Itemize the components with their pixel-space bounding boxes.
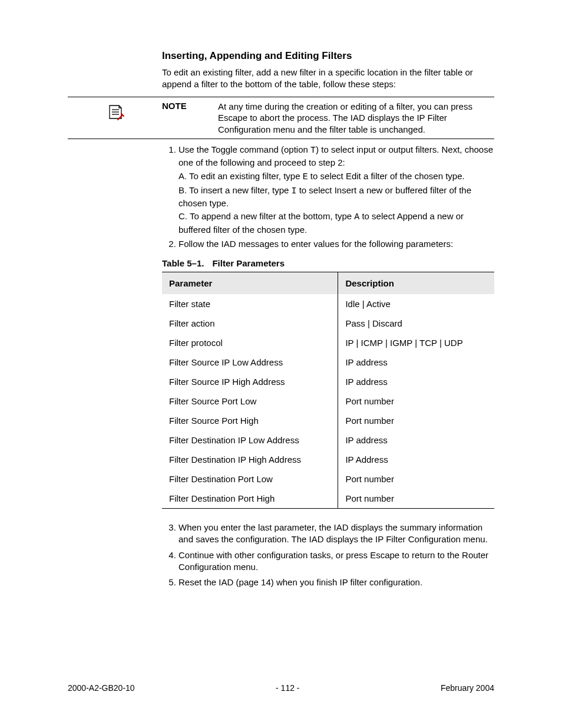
- step-1-option-c: C. To append a new filter at the bottom,…: [178, 210, 494, 236]
- code-E: E: [303, 172, 308, 182]
- table-row: Filter Source IP Low AddressIP address: [162, 353, 494, 372]
- filter-parameters-table: Parameter Description Filter stateIdle |…: [162, 272, 494, 509]
- param-cell: Filter Source Port Low: [162, 391, 338, 411]
- opt-a-pre: A. To edit an existing filter, type: [178, 171, 303, 181]
- footer-date: February 2004: [441, 683, 494, 693]
- table-row: Filter stateIdle | Active: [162, 294, 494, 314]
- steps-list-2: When you enter the last parameter, the I…: [162, 522, 494, 588]
- param-cell: Filter protocol: [162, 333, 338, 353]
- table-row: Filter Destination Port LowPort number: [162, 469, 494, 489]
- table-row: Filter Source IP High AddressIP address: [162, 372, 494, 391]
- desc-cell: Port number: [338, 469, 494, 489]
- step-4: Continue with other configuration tasks,…: [178, 549, 494, 574]
- note-icon: [105, 102, 125, 124]
- content-area: Inserting, Appending and Editing Filters…: [162, 50, 494, 588]
- table-row: Filter Destination IP Low AddressIP addr…: [162, 430, 494, 450]
- table-row: Filter protocolIP | ICMP | IGMP | TCP | …: [162, 333, 494, 353]
- table-header-row: Parameter Description: [162, 272, 494, 295]
- step-5: Reset the IAD (page 14) when you finish …: [178, 577, 494, 588]
- param-cell: Filter Destination IP Low Address: [162, 430, 338, 450]
- note-icon-cell: [68, 101, 162, 136]
- param-cell: Filter state: [162, 294, 338, 314]
- intro-paragraph: To edit an existing filter, add a new fi…: [162, 67, 494, 91]
- param-cell: Filter Destination IP High Address: [162, 450, 338, 469]
- table-row: Filter Destination IP High AddressIP Add…: [162, 450, 494, 469]
- desc-cell: IP address: [338, 430, 494, 450]
- desc-cell: IP | ICMP | IGMP | TCP | UDP: [338, 333, 494, 353]
- step-1-option-b: B. To insert a new filter, type I to sel…: [178, 185, 494, 210]
- code-I: I: [291, 186, 296, 196]
- param-cell: Filter Source Port High: [162, 411, 338, 430]
- opt-b-pre: B. To insert a new filter, type: [178, 185, 291, 195]
- col-header-description: Description: [338, 272, 494, 295]
- note-body: At any time during the creation or editi…: [218, 101, 494, 136]
- table-caption: Table 5–1.Filter Parameters: [162, 258, 494, 268]
- desc-cell: Port number: [338, 411, 494, 430]
- table-row: Filter Destination Port HighPort number: [162, 489, 494, 509]
- step-2: Follow the IAD messages to enter values …: [178, 238, 494, 250]
- opt-c-pre: C. To append a new filter at the bottom,…: [178, 211, 354, 221]
- table-number: Table 5–1.: [162, 258, 204, 268]
- opt-a-post: to select Edit a filter of the chosen ty…: [308, 171, 465, 181]
- code-A: A: [354, 212, 359, 222]
- table-title: Filter Parameters: [212, 258, 285, 268]
- note-label: NOTE: [162, 101, 218, 136]
- page-footer: 2000-A2-GB20-10 - 112 - February 2004: [68, 683, 494, 693]
- note-block: NOTE At any time during the creation or …: [68, 97, 494, 140]
- table-row: Filter actionPass | Discard: [162, 314, 494, 333]
- steps-list-1: Use the Toggle command (option T) to sel…: [162, 144, 494, 250]
- desc-cell: Pass | Discard: [338, 314, 494, 333]
- param-cell: Filter Destination Port Low: [162, 469, 338, 489]
- note-text: NOTE At any time during the creation or …: [162, 101, 494, 136]
- page: Inserting, Appending and Editing Filters…: [0, 0, 562, 728]
- step-1-option-a: A. To edit an existing filter, type E to…: [178, 170, 494, 183]
- param-cell: Filter Destination Port High: [162, 489, 338, 509]
- footer-page-number: - 112 -: [276, 683, 299, 693]
- desc-cell: Port number: [338, 489, 494, 509]
- desc-cell: IP Address: [338, 450, 494, 469]
- desc-cell: Port number: [338, 391, 494, 411]
- step-1: Use the Toggle command (option T) to sel…: [178, 144, 494, 236]
- footer-doc-id: 2000-A2-GB20-10: [68, 683, 135, 693]
- section-title: Inserting, Appending and Editing Filters: [162, 50, 494, 62]
- param-cell: Filter Source IP Low Address: [162, 353, 338, 372]
- desc-cell: IP address: [338, 372, 494, 391]
- desc-cell: Idle | Active: [338, 294, 494, 314]
- step-1-text-a: Use the Toggle command (option: [178, 144, 310, 154]
- table-row: Filter Source Port LowPort number: [162, 391, 494, 411]
- col-header-parameter: Parameter: [162, 272, 338, 295]
- param-cell: Filter action: [162, 314, 338, 333]
- desc-cell: IP address: [338, 353, 494, 372]
- code-T: T: [310, 146, 316, 156]
- param-cell: Filter Source IP High Address: [162, 372, 338, 391]
- table-row: Filter Source Port HighPort number: [162, 411, 494, 430]
- step-3: When you enter the last parameter, the I…: [178, 522, 494, 546]
